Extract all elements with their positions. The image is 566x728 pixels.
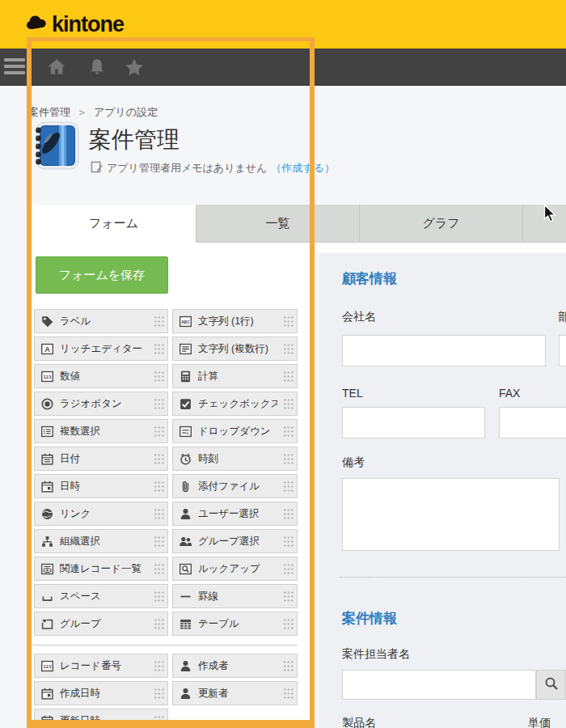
- palette-item[interactable]: 添付ファイル: [172, 474, 298, 498]
- drag-handle-icon[interactable]: [283, 425, 294, 437]
- palette-item[interactable]: 更新日時: [34, 709, 168, 728]
- drag-handle-icon[interactable]: [283, 590, 294, 602]
- palette-item[interactable]: 時刻: [172, 447, 298, 471]
- palette-item-label: 日時: [60, 480, 148, 493]
- kintone-logo[interactable]: kintone: [24, 12, 124, 37]
- palette-item[interactable]: ルックアップ: [172, 557, 298, 581]
- drag-handle-icon[interactable]: [283, 660, 294, 671]
- drag-handle-icon[interactable]: [154, 688, 164, 699]
- tab-graph[interactable]: グラフ: [359, 205, 522, 243]
- drag-handle-icon[interactable]: [154, 480, 164, 492]
- drag-handle-icon[interactable]: [154, 535, 164, 547]
- drag-handle-icon[interactable]: [283, 315, 294, 327]
- drag-handle-icon[interactable]: [283, 688, 294, 699]
- drag-handle-icon[interactable]: [283, 535, 294, 547]
- drag-handle-icon[interactable]: [154, 618, 164, 629]
- palette-item[interactable]: 文字列 (複数行): [172, 336, 298, 361]
- drag-handle-icon[interactable]: [154, 715, 164, 726]
- fax-input[interactable]: [499, 407, 566, 438]
- drag-handle-icon[interactable]: [154, 343, 164, 354]
- palette-item[interactable]: 作成者: [172, 654, 298, 678]
- drag-handle-icon[interactable]: [283, 343, 294, 354]
- save-form-button[interactable]: フォームを保存: [36, 256, 168, 294]
- palette-item[interactable]: 罫線: [172, 584, 298, 608]
- palette-item[interactable]: 複数選択: [34, 419, 168, 443]
- palette-item-label: レコード番号: [60, 659, 148, 673]
- palette-item-label: 数値: [60, 370, 148, 383]
- drag-handle-icon[interactable]: [154, 315, 164, 327]
- palette-item[interactable]: ラベル: [34, 309, 168, 333]
- create-memo-link[interactable]: （作成する）: [271, 161, 335, 176]
- tab-list[interactable]: 一覧: [196, 205, 359, 243]
- department-input[interactable]: [559, 335, 566, 366]
- form-palette-panel: フォームを保存 ラベルABC文字列 (1行)Aリッチエディター文字列 (複数行)…: [32, 243, 311, 728]
- drag-handle-icon[interactable]: [154, 563, 164, 574]
- breadcrumb-app-link[interactable]: 案件管理: [28, 106, 70, 118]
- palette-item-label: 時刻: [198, 452, 277, 466]
- calc-icon: [179, 370, 192, 383]
- usergroup-icon: [179, 535, 192, 548]
- drag-handle-icon[interactable]: [283, 398, 294, 409]
- org-icon: [40, 535, 54, 548]
- drag-handle-icon[interactable]: [154, 660, 164, 671]
- unit-price-label: 単価: [528, 716, 551, 728]
- palette-item[interactable]: スペース: [34, 584, 168, 608]
- lookup-search-button[interactable]: [536, 670, 566, 700]
- palette-item[interactable]: Aリッチエディター: [34, 336, 168, 361]
- palette-item[interactable]: 日付: [34, 447, 168, 471]
- palette-item[interactable]: 組織選択: [34, 529, 168, 553]
- global-nav-bar: [0, 49, 566, 86]
- palette-item[interactable]: ラジオボタン: [34, 392, 168, 416]
- section-divider: [340, 577, 566, 578]
- company-name-input[interactable]: [342, 335, 546, 366]
- bell-icon[interactable]: [87, 57, 108, 78]
- drag-handle-icon[interactable]: [283, 480, 294, 492]
- tab-extra[interactable]: [522, 205, 566, 243]
- palette-item-label: ルックアップ: [198, 562, 277, 576]
- palette-item[interactable]: 123数値: [34, 364, 168, 388]
- preview-top-strip: [311, 243, 566, 253]
- drag-handle-icon[interactable]: [154, 590, 164, 602]
- drag-handle-icon[interactable]: [154, 370, 164, 382]
- case-contact-input[interactable]: [342, 670, 536, 700]
- palette-item[interactable]: 更新者: [172, 681, 298, 705]
- palette-item[interactable]: グループ: [34, 612, 168, 636]
- palette-item[interactable]: リンク: [34, 502, 168, 526]
- palette-item[interactable]: グループ選択: [172, 529, 298, 553]
- home-icon[interactable]: [46, 57, 67, 78]
- drag-handle-icon[interactable]: [283, 618, 294, 629]
- richtext-icon: A: [40, 342, 54, 356]
- tel-input[interactable]: [342, 407, 485, 438]
- palette-item[interactable]: 日時: [34, 474, 168, 498]
- svg-text:A: A: [44, 345, 50, 353]
- drag-handle-icon[interactable]: [154, 425, 164, 437]
- system-field-palette: 123レコード番号作成者作成日時更新者更新日時: [34, 654, 298, 728]
- drag-handle-icon[interactable]: [283, 370, 294, 382]
- palette-item-label: リッチエディター: [60, 342, 148, 356]
- drag-handle-icon[interactable]: [283, 453, 294, 464]
- palette-item[interactable]: ドロップダウン: [172, 419, 298, 443]
- drag-handle-icon[interactable]: [283, 508, 294, 519]
- palette-item[interactable]: チェックボックス: [172, 392, 298, 416]
- palette-item[interactable]: 計算: [172, 364, 298, 388]
- hamburger-menu-icon[interactable]: [4, 55, 25, 79]
- drag-handle-icon[interactable]: [154, 508, 164, 519]
- field-palette: ラベルABC文字列 (1行)Aリッチエディター文字列 (複数行)123数値計算ラ…: [34, 309, 298, 636]
- drag-handle-icon[interactable]: [154, 453, 164, 464]
- remarks-textarea[interactable]: [342, 478, 560, 551]
- palette-item[interactable]: テーブル: [172, 612, 298, 636]
- palette-item[interactable]: 123レコード番号: [34, 654, 168, 678]
- palette-item[interactable]: 関連レコード一覧: [34, 557, 168, 581]
- drag-handle-icon[interactable]: [154, 398, 164, 409]
- palette-item-label: 文字列 (複数行): [198, 342, 277, 356]
- drag-handle-icon[interactable]: [283, 563, 294, 574]
- fax-label: FAX: [499, 387, 520, 400]
- tab-form[interactable]: フォーム: [32, 205, 196, 243]
- table-icon: [179, 617, 192, 631]
- palette-item-label: 罫線: [198, 590, 277, 603]
- palette-item[interactable]: 作成日時: [34, 681, 168, 705]
- palette-item[interactable]: ABC文字列 (1行): [172, 309, 298, 333]
- user-icon: [179, 687, 192, 700]
- star-icon[interactable]: [124, 57, 145, 78]
- palette-item[interactable]: ユーザー選択: [172, 502, 298, 526]
